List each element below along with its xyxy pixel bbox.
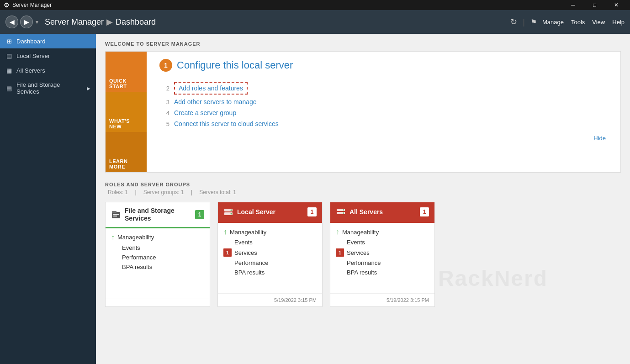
menu-manage[interactable]: Manage (542, 19, 564, 26)
page-title: Dashboard (116, 17, 156, 27)
events-label-as: Events (347, 239, 365, 246)
all-servers-card-icon (336, 207, 346, 217)
file-storage-card-icon (111, 210, 121, 220)
panel-quick-start[interactable]: QUICK START (106, 52, 147, 92)
sidebar-item-all-servers[interactable]: ▦ All Servers (0, 63, 96, 78)
toolbar-nav: ◀ ▶ ▼ (5, 16, 39, 28)
sidebar-item-file-storage[interactable]: ▤ File and Storage Services ▶ (0, 78, 96, 99)
card-title-local-server: Local Server (237, 208, 304, 216)
welcome-content: QUICK START WHAT'S NEW LEARN MORE 1 Conf… (106, 52, 620, 172)
menu-help[interactable]: Help (612, 19, 625, 26)
servers-total: Servers total: 1 (199, 189, 236, 195)
manageability-icon-fs: ↑ (111, 233, 115, 242)
card-row-manageability-ls[interactable]: ↑ Manageability (223, 227, 317, 237)
roles-divider-1: | (135, 189, 138, 195)
menu-view[interactable]: View (592, 19, 605, 26)
card-row-services-as[interactable]: 1 Services (336, 247, 429, 258)
panel-whats-new[interactable]: WHAT'S NEW (106, 92, 147, 132)
step-num-4: 4 (159, 110, 169, 116)
minimize-button[interactable]: ─ (563, 0, 583, 10)
card-row-bpa-ls[interactable]: BPA results (223, 268, 317, 277)
card-row-events-as[interactable]: Events (336, 237, 429, 247)
toolbar-title: Server Manager ▶ Dashboard (45, 17, 156, 27)
card-row-manageability-as[interactable]: ↑ Manageability (336, 227, 429, 237)
local-server-icon: ▤ (5, 52, 13, 59)
svg-rect-1 (112, 211, 116, 213)
manageability-icon-as: ↑ (336, 228, 339, 236)
nav-dropdown[interactable]: ▼ (35, 20, 39, 25)
sidebar-item-local-server[interactable]: ▤ Local Server (0, 48, 96, 63)
breadcrumb-separator: ▶ (106, 17, 113, 27)
add-roles-link[interactable]: Add roles and features (179, 84, 243, 92)
roles-subheader: Roles: 1 | Server groups: 1 | Servers to… (105, 189, 621, 195)
manageability-label-fs: Manageability (117, 234, 154, 241)
configure-title-text: Configure this local server (177, 59, 293, 71)
card-count-file-storage: 1 (195, 210, 204, 219)
step-num-3: 3 (159, 99, 169, 106)
sidebar: ⊞ Dashboard ▤ Local Server ▦ All Servers… (0, 34, 96, 364)
configure-number: 1 (159, 59, 172, 72)
card-row-events-ls[interactable]: Events (223, 237, 317, 247)
card-body-file-storage: ↑ Manageability Events Performance (106, 228, 210, 299)
menu-tools[interactable]: Tools (571, 19, 585, 26)
card-header-file-storage: File and Storage Services 1 (106, 202, 210, 228)
card-footer-as: 5/19/2022 3:15 PM (330, 293, 434, 306)
svg-point-7 (231, 213, 232, 215)
card-body-all-servers: ↑ Manageability Events 1 Services (330, 223, 434, 293)
refresh-button[interactable]: ↻ (510, 17, 517, 27)
manageability-icon-ls: ↑ (223, 228, 227, 236)
sidebar-item-dashboard[interactable]: ⊞ Dashboard (0, 34, 96, 48)
card-title-file-storage: File and Storage Services (125, 207, 191, 222)
svg-rect-0 (112, 212, 120, 218)
sidebar-item-label-local-server: Local Server (16, 53, 50, 59)
flag-button[interactable]: ⚑ (530, 18, 537, 26)
card-timestamp-ls: 5/19/2022 3:15 PM (274, 297, 317, 303)
back-button[interactable]: ◀ (5, 16, 18, 28)
card-footer-ls: 5/19/2022 3:15 PM (218, 293, 322, 306)
events-label-ls: Events (234, 239, 253, 246)
maximize-button[interactable]: □ (584, 0, 605, 10)
roles-header: ROLES AND SERVER GROUPS (105, 182, 621, 187)
whats-new-label: WHAT'S NEW (109, 118, 143, 129)
content-area: WELCOME TO SERVER MANAGER QUICK START WH… (96, 34, 630, 364)
card-row-performance-ls[interactable]: Performance (223, 258, 317, 268)
quick-start-label: QUICK START (109, 78, 143, 89)
card-local-server[interactable]: Local Server 1 ↑ Manageability Events (217, 202, 323, 307)
card-all-servers[interactable]: All Servers 1 ↑ Manageability Events (330, 202, 435, 307)
card-row-bpa-fs[interactable]: BPA results (111, 262, 204, 272)
configure-title: 1 Configure this local server (159, 59, 609, 72)
welcome-box: QUICK START WHAT'S NEW LEARN MORE 1 Conf… (105, 51, 621, 173)
roles-count: Roles: 1 (108, 189, 128, 195)
hide-button[interactable]: Hide (590, 133, 609, 143)
manageability-label-as: Manageability (342, 229, 379, 236)
welcome-label: WELCOME TO SERVER MANAGER (105, 41, 621, 47)
card-row-performance-fs[interactable]: Performance (111, 253, 204, 262)
connect-cloud-link[interactable]: Connect this server to cloud services (174, 120, 279, 127)
card-title-all-servers: All Servers (349, 208, 416, 216)
sidebar-item-label-dashboard: Dashboard (16, 38, 46, 45)
title-bar-icon: ⚙ (4, 1, 10, 9)
svg-point-6 (231, 210, 232, 211)
add-servers-link[interactable]: Add other servers to manage (174, 98, 257, 106)
bpa-label-ls: BPA results (234, 269, 265, 276)
card-row-events-fs[interactable]: Events (111, 243, 204, 253)
close-button[interactable]: ✕ (606, 0, 626, 10)
forward-button[interactable]: ▶ (20, 16, 33, 28)
server-groups-count: Server groups: 1 (143, 189, 184, 195)
breadcrumb-server-manager: Server Manager (45, 17, 104, 27)
card-row-manageability-fs[interactable]: ↑ Manageability (111, 232, 204, 243)
add-roles-dotted-box: Add roles and features (174, 82, 248, 95)
panel-learn-more[interactable]: LEARN MORE (106, 132, 147, 172)
card-row-bpa-as[interactable]: BPA results (336, 268, 429, 277)
title-bar-text: Server Manager (12, 2, 52, 8)
welcome-main: 1 Configure this local server 2 Add role… (147, 52, 620, 172)
welcome-panels: QUICK START WHAT'S NEW LEARN MORE (106, 52, 147, 172)
card-file-storage[interactable]: File and Storage Services 1 ↑ Manageabil… (105, 202, 210, 307)
performance-label-as: Performance (347, 259, 381, 266)
card-row-services-ls[interactable]: 1 Services (223, 247, 317, 258)
welcome-link-2: 3 Add other servers to manage (159, 96, 609, 107)
create-server-group-link[interactable]: Create a server group (174, 109, 236, 116)
title-bar: ⚙ Server Manager ─ □ ✕ (0, 0, 630, 10)
card-row-performance-as[interactable]: Performance (336, 258, 429, 268)
welcome-link-4: 5 Connect this server to cloud services (159, 118, 609, 129)
